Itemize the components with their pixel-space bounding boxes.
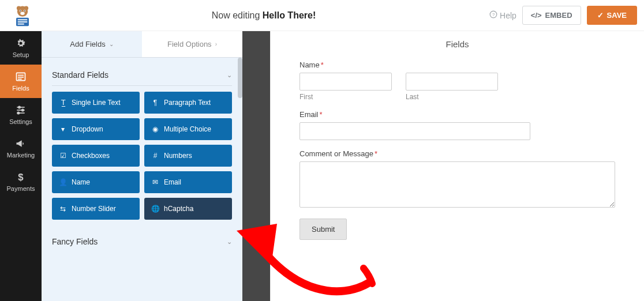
field-single-line-text[interactable]: T̲Single Line Text bbox=[52, 92, 140, 114]
svg-text:$: $ bbox=[18, 172, 24, 183]
field-email[interactable]: ✉Email bbox=[144, 171, 232, 193]
help-label: Help bbox=[500, 11, 516, 20]
dropdown-icon: ▾ bbox=[59, 125, 67, 133]
group-fancy-label: Fancy Fields bbox=[52, 237, 98, 246]
field-multiple-choice[interactable]: ◉Multiple Choice bbox=[144, 118, 232, 140]
standard-fields-grid: T̲Single Line Text ¶Paragraph Text ▾Drop… bbox=[52, 92, 232, 220]
tab-add-label: Add Fields bbox=[70, 40, 105, 48]
svg-point-6 bbox=[24, 10, 25, 11]
chevron-right-icon: › bbox=[215, 41, 217, 47]
nav-settings-label: Settings bbox=[9, 118, 32, 125]
checkbox-icon: ☑ bbox=[59, 152, 67, 160]
globe-icon: 🌐 bbox=[151, 205, 159, 213]
field-paragraph-text[interactable]: ¶Paragraph Text bbox=[144, 92, 232, 114]
topbar-actions: ? Help </> EMBED ✓ SAVE bbox=[489, 6, 637, 25]
top-bar: Now editing Hello There! ? Help </> EMBE… bbox=[0, 0, 644, 31]
chevron-down-icon: ⌄ bbox=[109, 41, 114, 47]
panel-body: Standard Fields ⌄ T̲Single Line Text ¶Pa… bbox=[42, 58, 242, 301]
last-sublabel: Last bbox=[406, 93, 498, 101]
group-standard-header[interactable]: Standard Fields ⌄ bbox=[52, 66, 232, 85]
chevron-down-icon: ⌄ bbox=[227, 238, 232, 246]
field-row-comment: Comment or Message* bbox=[299, 149, 615, 209]
field-label: Name bbox=[72, 178, 90, 186]
nav-fields-label: Fields bbox=[12, 85, 29, 92]
label-text: Email bbox=[299, 110, 319, 119]
form-name: Hello There! bbox=[263, 10, 316, 20]
field-number-slider[interactable]: ⇆Number Slider bbox=[52, 198, 140, 220]
tab-options-label: Field Options bbox=[167, 40, 212, 48]
hash-icon: # bbox=[151, 152, 159, 160]
field-checkboxes[interactable]: ☑Checkboxes bbox=[52, 145, 140, 167]
svg-point-7 bbox=[20, 12, 24, 15]
field-label: Single Line Text bbox=[72, 99, 121, 107]
left-nav: Setup Fields Settings Marketing $ Paymen… bbox=[0, 31, 42, 301]
nav-marketing[interactable]: Marketing bbox=[0, 131, 42, 165]
save-label: SAVE bbox=[607, 11, 627, 20]
nav-payments-label: Payments bbox=[7, 185, 35, 192]
required-asterisk: * bbox=[320, 110, 323, 119]
preview-form-body: Name* First Last Email* Comment o bbox=[271, 57, 644, 249]
help-icon: ? bbox=[489, 10, 497, 20]
label-text: Comment or Message bbox=[299, 149, 373, 158]
embed-button[interactable]: </> EMBED bbox=[522, 6, 581, 25]
name-label: Name* bbox=[299, 61, 615, 69]
nav-fields[interactable]: Fields bbox=[0, 65, 42, 98]
email-input[interactable] bbox=[299, 122, 530, 140]
field-label: Dropdown bbox=[72, 125, 103, 133]
svg-text:?: ? bbox=[492, 12, 495, 17]
group-standard-label: Standard Fields bbox=[52, 70, 108, 80]
field-row-email: Email* bbox=[299, 110, 615, 140]
field-label: Multiple Choice bbox=[164, 125, 211, 133]
email-label: Email* bbox=[299, 110, 615, 119]
svg-point-23 bbox=[17, 112, 19, 114]
svg-point-1 bbox=[17, 6, 21, 10]
svg-point-21 bbox=[22, 109, 24, 111]
check-icon: ✓ bbox=[597, 11, 604, 20]
dollar-icon: $ bbox=[15, 171, 27, 183]
form-icon bbox=[15, 71, 27, 82]
tab-field-options[interactable]: Field Options › bbox=[142, 31, 242, 57]
tab-add-fields[interactable]: Add Fields ⌄ bbox=[42, 31, 142, 57]
chevron-down-icon: ⌄ bbox=[227, 72, 232, 79]
save-button[interactable]: ✓ SAVE bbox=[587, 6, 637, 25]
nav-marketing-label: Marketing bbox=[7, 152, 35, 159]
field-label: Numbers bbox=[164, 152, 192, 160]
comment-textarea[interactable] bbox=[299, 161, 615, 208]
last-name-col: Last bbox=[406, 73, 498, 101]
envelope-icon: ✉ bbox=[151, 178, 159, 186]
field-numbers[interactable]: #Numbers bbox=[144, 145, 232, 167]
first-name-input[interactable] bbox=[299, 73, 392, 91]
nav-payments[interactable]: $ Payments bbox=[0, 165, 42, 198]
code-icon: </> bbox=[531, 11, 542, 20]
field-dropdown[interactable]: ▾Dropdown bbox=[52, 118, 140, 140]
svg-point-2 bbox=[24, 6, 28, 10]
panel-tabs: Add Fields ⌄ Field Options › bbox=[42, 31, 242, 58]
comment-label: Comment or Message* bbox=[299, 149, 615, 158]
group-fancy-header[interactable]: Fancy Fields ⌄ bbox=[52, 232, 232, 252]
field-name[interactable]: 👤Name bbox=[52, 171, 140, 193]
field-label: Number Slider bbox=[72, 205, 116, 213]
required-asterisk: * bbox=[321, 61, 324, 69]
submit-button[interactable]: Submit bbox=[299, 219, 347, 240]
name-inputs: First Last bbox=[299, 73, 615, 101]
bullhorn-icon bbox=[15, 138, 27, 149]
label-text: Name bbox=[299, 61, 320, 69]
embed-label: EMBED bbox=[545, 11, 572, 20]
first-sublabel: First bbox=[299, 93, 392, 101]
preview-title: Fields bbox=[271, 31, 644, 57]
help-link[interactable]: ? Help bbox=[489, 10, 516, 20]
svg-rect-10 bbox=[18, 21, 28, 22]
svg-rect-11 bbox=[18, 23, 24, 24]
form-preview: Fields Name* First Last Email* bbox=[270, 31, 644, 301]
field-label: hCaptcha bbox=[164, 205, 193, 213]
divider bbox=[52, 85, 232, 86]
text-icon: T̲ bbox=[59, 99, 67, 107]
last-name-input[interactable] bbox=[406, 73, 498, 91]
submit-row: Submit bbox=[299, 219, 615, 240]
field-hcaptcha[interactable]: 🌐hCaptcha bbox=[144, 198, 232, 220]
editing-prefix: Now editing bbox=[212, 10, 263, 20]
required-asterisk: * bbox=[375, 149, 377, 158]
nav-settings[interactable]: Settings bbox=[0, 98, 42, 131]
nav-setup-label: Setup bbox=[13, 51, 29, 58]
nav-setup[interactable]: Setup bbox=[0, 31, 42, 65]
